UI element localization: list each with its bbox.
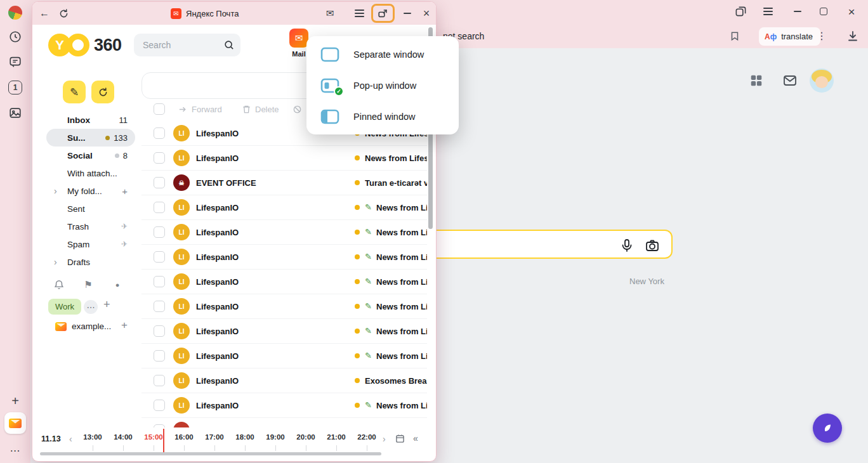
folder-item-myfold[interactable]: ›My fold...+ [46, 182, 135, 200]
window-close-button[interactable]: × [843, 3, 860, 20]
window-minimize-button[interactable] [789, 3, 806, 20]
sender-avatar: LI [173, 348, 190, 364]
compose-button[interactable]: ✎ [63, 81, 86, 103]
message-checkbox[interactable] [154, 400, 165, 411]
message-row[interactable] [141, 418, 427, 427]
folder-item-trash[interactable]: Trash✈ [46, 218, 135, 235]
folder-item-social[interactable]: Social8 [46, 147, 135, 164]
message-checkbox[interactable] [154, 301, 165, 312]
add-panel-icon[interactable]: + [8, 393, 23, 408]
tab-panels-icon[interactable] [732, 3, 749, 20]
folder-item-inbox[interactable]: Inbox11 [46, 111, 135, 129]
screenshot-icon[interactable] [8, 105, 23, 121]
notes-badge[interactable]: 1 [8, 80, 23, 95]
unread-envelope-icon[interactable]: ✉ [322, 5, 338, 22]
message-row[interactable]: LILifespanIO✎News from Lifespan. [141, 344, 427, 368]
spam-icon [293, 105, 302, 114]
message-checkbox[interactable] [154, 177, 165, 188]
folder-item-sent[interactable]: Sent [46, 200, 135, 218]
message-row[interactable]: LILifespanIO✎News from Lifespan. [141, 319, 427, 344]
folder-item-su[interactable]: Su...133 [46, 129, 135, 147]
message-checkbox[interactable] [154, 350, 165, 362]
message-checkbox[interactable] [154, 226, 165, 238]
timeline-collapse-icon[interactable]: « [413, 433, 418, 443]
message-checkbox[interactable] [154, 276, 165, 287]
chat-icon[interactable] [8, 55, 23, 70]
timeline-next-icon[interactable]: › [383, 434, 386, 444]
refresh-button[interactable] [91, 81, 114, 103]
message-row[interactable]: LILifespanIO✎News from Lifespan. [141, 270, 427, 294]
expand-chevron-icon[interactable]: › [54, 186, 57, 196]
window-mode-button[interactable] [371, 4, 395, 23]
add-label-icon[interactable]: + [103, 298, 110, 311]
browser-menu-icon[interactable] [759, 3, 777, 20]
label-work[interactable]: Work [48, 299, 81, 315]
window-maximize-button[interactable] [815, 3, 832, 20]
select-all-checkbox[interactable] [154, 103, 165, 115]
mail-search[interactable] [134, 34, 240, 56]
notifications-bell-icon[interactable] [50, 276, 68, 294]
delete-button[interactable]: Delete [242, 105, 279, 114]
message-checkbox[interactable] [154, 375, 165, 386]
message-checkbox[interactable] [154, 152, 165, 164]
message-checkbox[interactable] [154, 127, 165, 139]
menu-item-pop-up-window[interactable]: ✓Pop-up window [306, 70, 459, 101]
message-row[interactable]: LILifespanIONews from Lifespan. [141, 146, 427, 171]
message-checkbox[interactable] [154, 251, 165, 263]
popup-minimize-button[interactable] [399, 5, 416, 22]
image-search-icon[interactable] [644, 237, 661, 254]
popup-menu-icon[interactable] [351, 5, 367, 22]
message-row[interactable]: LILifespanIOExosomes Break Rat Lif [141, 368, 427, 393]
services-grid-icon[interactable] [749, 73, 764, 88]
alice-assistant-button[interactable] [813, 414, 842, 443]
profile-avatar[interactable] [8, 5, 23, 20]
bookmark-flag-icon[interactable] [727, 29, 742, 44]
add-folder-icon[interactable]: + [122, 186, 128, 197]
send-icon[interactable]: ✈ [121, 240, 128, 249]
message-row[interactable]: ☠EVENT OFFICETuran e-ticarət və e-ixra [141, 171, 427, 195]
forward-button[interactable]: Forward [178, 105, 222, 114]
downloads-icon[interactable] [845, 29, 860, 44]
mail-app-shortcut[interactable] [4, 412, 26, 434]
voice-search-icon[interactable] [619, 237, 635, 254]
timeline-calendar-icon[interactable] [395, 434, 405, 446]
add-account-icon[interactable]: + [121, 319, 128, 332]
location-hint[interactable]: New York [629, 277, 664, 286]
menu-item-pinned-window[interactable]: Pinned window [306, 101, 459, 132]
popup-titlebar[interactable]: ← ✉ Яндекс Почта ✉ × [32, 2, 436, 25]
address-kebab-icon[interactable]: ⋮ [817, 30, 827, 42]
account-label[interactable]: example... [72, 322, 111, 331]
message-row[interactable]: LILifespanIO✎News from Lifespan. [141, 393, 427, 418]
yandex-search-bar[interactable] [406, 230, 673, 259]
mail-envelope-icon[interactable] [782, 72, 798, 89]
timeline-time: 19:00 [263, 433, 288, 441]
spam-button[interactable] [293, 105, 302, 114]
message-checkbox[interactable] [154, 325, 165, 337]
message-row[interactable]: LILifespanIO✎News from Lifespan. [141, 195, 427, 220]
send-icon[interactable]: ✈ [121, 222, 128, 231]
mail-search-input[interactable] [143, 38, 219, 52]
bookmarks-flag-icon[interactable]: ⚑ [79, 276, 97, 294]
history-icon[interactable] [8, 29, 23, 44]
labels-more-icon[interactable]: ⋯ [84, 300, 98, 314]
reload-icon[interactable] [55, 5, 72, 22]
more-panels-icon[interactable]: ⋯ [8, 443, 23, 458]
message-row[interactable]: LILifespanIO✎News from Lifespan. [141, 294, 427, 319]
message-row[interactable]: LILifespanIO✎News from Lifespan. [141, 245, 427, 270]
expand-chevron-icon[interactable]: › [54, 257, 57, 267]
translate-button[interactable]: Aф translate [759, 27, 820, 46]
message-checkbox[interactable] [154, 202, 165, 213]
timeline-prev-icon[interactable]: ‹ [69, 434, 72, 444]
status-dot-icon[interactable]: ● [109, 276, 126, 294]
user-avatar[interactable] [810, 68, 834, 93]
search-icon[interactable] [223, 39, 235, 53]
message-row[interactable]: LILifespanIO✎News from Lifespan. [141, 220, 427, 245]
timeline-time: 21:00 [324, 433, 349, 441]
folder-item-drafts[interactable]: ›Drafts [46, 253, 135, 271]
back-icon[interactable]: ← [36, 5, 53, 22]
menu-item-separate-window[interactable]: Separate window [306, 39, 459, 70]
folder-item-withattach[interactable]: With attach... [46, 164, 135, 182]
folder-item-spam[interactable]: Spam✈ [46, 235, 135, 253]
popup-close-button[interactable]: × [418, 5, 435, 22]
horizontal-scrollbar[interactable] [40, 452, 381, 455]
